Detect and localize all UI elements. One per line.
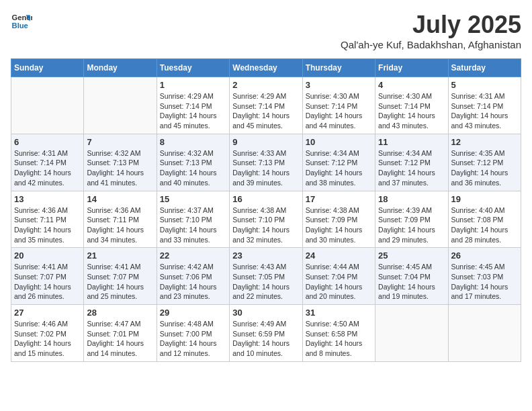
calendar-table: SundayMondayTuesdayWednesdayThursdayFrid…: [11, 58, 521, 362]
day-info: Sunrise: 4:32 AMSunset: 7:13 PMDaylight:…: [160, 148, 226, 188]
day-number: 13: [14, 194, 81, 204]
title-block: July 2025 Qal'ah-ye Kuf, Badakhshan, Afg…: [341, 11, 521, 50]
calendar-cell: 30Sunrise: 4:49 AMSunset: 6:59 PMDayligh…: [230, 305, 302, 362]
calendar-cell: 1Sunrise: 4:29 AMSunset: 7:14 PMDaylight…: [157, 77, 229, 134]
calendar-cell: 3Sunrise: 4:30 AMSunset: 7:14 PMDaylight…: [302, 77, 375, 134]
day-info: Sunrise: 4:29 AMSunset: 7:14 PMDaylight:…: [160, 91, 226, 131]
calendar-cell: [84, 77, 157, 134]
day-info: Sunrise: 4:36 AMSunset: 7:11 PMDaylight:…: [14, 205, 81, 245]
day-info: Sunrise: 4:33 AMSunset: 7:13 PMDaylight:…: [232, 148, 299, 188]
calendar-week-row: 27Sunrise: 4:46 AMSunset: 7:02 PMDayligh…: [11, 305, 521, 362]
calendar-cell: 20Sunrise: 4:41 AMSunset: 7:07 PMDayligh…: [11, 248, 84, 305]
calendar-cell: [11, 77, 84, 134]
calendar-cell: 22Sunrise: 4:42 AMSunset: 7:06 PMDayligh…: [157, 248, 229, 305]
day-info: Sunrise: 4:45 AMSunset: 7:04 PMDaylight:…: [378, 262, 445, 302]
day-header-saturday: Saturday: [448, 59, 521, 77]
day-info: Sunrise: 4:38 AMSunset: 7:09 PMDaylight:…: [306, 205, 372, 245]
calendar-cell: 17Sunrise: 4:38 AMSunset: 7:09 PMDayligh…: [302, 191, 375, 248]
day-number: 30: [232, 308, 299, 318]
location-subtitle: Qal'ah-ye Kuf, Badakhshan, Afghanistan: [341, 39, 521, 50]
calendar-cell: 9Sunrise: 4:33 AMSunset: 7:13 PMDaylight…: [230, 134, 302, 191]
day-info: Sunrise: 4:45 AMSunset: 7:03 PMDaylight:…: [451, 262, 518, 302]
day-info: Sunrise: 4:44 AMSunset: 7:04 PMDaylight:…: [306, 262, 372, 302]
calendar-cell: 2Sunrise: 4:29 AMSunset: 7:14 PMDaylight…: [230, 77, 302, 134]
day-number: 22: [160, 250, 226, 261]
calendar-cell: 19Sunrise: 4:40 AMSunset: 7:08 PMDayligh…: [448, 191, 521, 248]
day-number: 11: [378, 137, 445, 147]
day-number: 6: [14, 137, 81, 147]
calendar-cell: 11Sunrise: 4:34 AMSunset: 7:12 PMDayligh…: [375, 134, 448, 191]
day-info: Sunrise: 4:30 AMSunset: 7:14 PMDaylight:…: [306, 91, 372, 131]
day-number: 9: [232, 137, 299, 147]
day-info: Sunrise: 4:48 AMSunset: 7:00 PMDaylight:…: [160, 319, 226, 359]
day-number: 23: [232, 250, 299, 261]
day-number: 19: [451, 194, 518, 204]
day-header-wednesday: Wednesday: [230, 59, 302, 77]
day-number: 4: [378, 80, 445, 90]
calendar-cell: 4Sunrise: 4:30 AMSunset: 7:14 PMDaylight…: [375, 77, 448, 134]
day-info: Sunrise: 4:29 AMSunset: 7:14 PMDaylight:…: [232, 91, 299, 131]
calendar-cell: 18Sunrise: 4:39 AMSunset: 7:09 PMDayligh…: [375, 191, 448, 248]
day-header-thursday: Thursday: [302, 59, 375, 77]
day-number: 10: [306, 137, 372, 147]
calendar-cell: 29Sunrise: 4:48 AMSunset: 7:00 PMDayligh…: [157, 305, 229, 362]
day-number: 3: [306, 80, 372, 90]
day-info: Sunrise: 4:34 AMSunset: 7:12 PMDaylight:…: [306, 148, 372, 188]
day-number: 21: [87, 250, 153, 261]
calendar-cell: 12Sunrise: 4:35 AMSunset: 7:12 PMDayligh…: [448, 134, 521, 191]
calendar-cell: [375, 305, 448, 362]
day-number: 26: [451, 250, 518, 261]
calendar-week-row: 20Sunrise: 4:41 AMSunset: 7:07 PMDayligh…: [11, 248, 521, 305]
logo: General Blue: [11, 11, 32, 32]
day-info: Sunrise: 4:50 AMSunset: 6:58 PMDaylight:…: [306, 319, 372, 359]
svg-text:Blue: Blue: [12, 21, 28, 30]
calendar-cell: 28Sunrise: 4:47 AMSunset: 7:01 PMDayligh…: [84, 305, 157, 362]
day-info: Sunrise: 4:39 AMSunset: 7:09 PMDaylight:…: [378, 205, 445, 245]
calendar-cell: 31Sunrise: 4:50 AMSunset: 6:58 PMDayligh…: [302, 305, 375, 362]
day-number: 29: [160, 308, 226, 318]
day-header-sunday: Sunday: [11, 59, 84, 77]
calendar-cell: 10Sunrise: 4:34 AMSunset: 7:12 PMDayligh…: [302, 134, 375, 191]
day-number: 31: [306, 308, 372, 318]
day-info: Sunrise: 4:41 AMSunset: 7:07 PMDaylight:…: [14, 262, 81, 302]
calendar-cell: [448, 305, 521, 362]
page-header: General Blue July 2025 Qal'ah-ye Kuf, Ba…: [11, 11, 521, 50]
calendar-cell: 6Sunrise: 4:31 AMSunset: 7:14 PMDaylight…: [11, 134, 84, 191]
day-info: Sunrise: 4:46 AMSunset: 7:02 PMDaylight:…: [14, 319, 81, 359]
month-year-title: July 2025: [341, 11, 521, 39]
day-number: 14: [87, 194, 153, 204]
calendar-cell: 16Sunrise: 4:38 AMSunset: 7:10 PMDayligh…: [230, 191, 302, 248]
day-number: 24: [306, 250, 372, 261]
calendar-week-row: 6Sunrise: 4:31 AMSunset: 7:14 PMDaylight…: [11, 134, 521, 191]
day-info: Sunrise: 4:40 AMSunset: 7:08 PMDaylight:…: [451, 205, 518, 245]
day-number: 8: [160, 137, 226, 147]
calendar-cell: 21Sunrise: 4:41 AMSunset: 7:07 PMDayligh…: [84, 248, 157, 305]
calendar-cell: 24Sunrise: 4:44 AMSunset: 7:04 PMDayligh…: [302, 248, 375, 305]
day-number: 28: [87, 308, 153, 318]
day-number: 2: [232, 80, 299, 90]
calendar-cell: 25Sunrise: 4:45 AMSunset: 7:04 PMDayligh…: [375, 248, 448, 305]
day-info: Sunrise: 4:35 AMSunset: 7:12 PMDaylight:…: [451, 148, 518, 188]
day-number: 5: [451, 80, 518, 90]
day-info: Sunrise: 4:47 AMSunset: 7:01 PMDaylight:…: [87, 319, 153, 359]
calendar-cell: 7Sunrise: 4:32 AMSunset: 7:13 PMDaylight…: [84, 134, 157, 191]
calendar-cell: 14Sunrise: 4:36 AMSunset: 7:11 PMDayligh…: [84, 191, 157, 248]
day-number: 27: [14, 308, 81, 318]
day-info: Sunrise: 4:31 AMSunset: 7:14 PMDaylight:…: [14, 148, 81, 188]
day-number: 16: [232, 194, 299, 204]
calendar-cell: 8Sunrise: 4:32 AMSunset: 7:13 PMDaylight…: [157, 134, 229, 191]
day-number: 12: [451, 137, 518, 147]
day-number: 25: [378, 250, 445, 261]
calendar-cell: 26Sunrise: 4:45 AMSunset: 7:03 PMDayligh…: [448, 248, 521, 305]
day-header-friday: Friday: [375, 59, 448, 77]
day-number: 1: [160, 80, 226, 90]
day-number: 17: [306, 194, 372, 204]
day-header-monday: Monday: [84, 59, 157, 77]
day-info: Sunrise: 4:31 AMSunset: 7:14 PMDaylight:…: [451, 91, 518, 131]
logo-icon: General Blue: [11, 11, 32, 32]
day-number: 7: [87, 137, 153, 147]
day-info: Sunrise: 4:30 AMSunset: 7:14 PMDaylight:…: [378, 91, 445, 131]
day-info: Sunrise: 4:37 AMSunset: 7:10 PMDaylight:…: [160, 205, 226, 245]
calendar-cell: 5Sunrise: 4:31 AMSunset: 7:14 PMDaylight…: [448, 77, 521, 134]
day-number: 15: [160, 194, 226, 204]
